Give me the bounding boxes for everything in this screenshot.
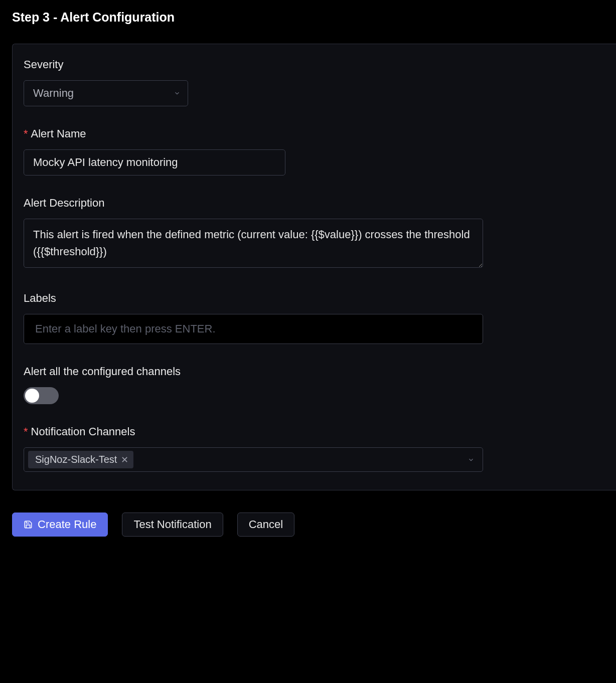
test-notification-button[interactable]: Test Notification: [122, 513, 223, 537]
channel-tag: SigNoz-Slack-Test ✕: [28, 451, 133, 468]
alert-all-channels-label: Alert all the configured channels: [24, 365, 605, 378]
toggle-knob: [25, 389, 39, 403]
severity-field: Severity Warning: [24, 58, 605, 106]
alert-name-input[interactable]: [24, 149, 285, 176]
alert-description-field: Alert Description: [24, 197, 605, 271]
severity-select[interactable]: Warning: [24, 80, 188, 106]
create-rule-button[interactable]: Create Rule: [12, 513, 108, 537]
notification-channels-label: Notification Channels: [24, 425, 605, 438]
save-icon: [24, 520, 33, 529]
labels-label: Labels: [24, 292, 605, 305]
chevron-down-icon: [468, 456, 475, 463]
action-buttons: Create Rule Test Notification Cancel: [12, 513, 616, 537]
close-icon[interactable]: ✕: [121, 455, 128, 464]
test-notification-label: Test Notification: [133, 518, 211, 531]
alert-name-label: Alert Name: [24, 127, 605, 140]
create-rule-label: Create Rule: [38, 518, 96, 531]
alert-all-channels-field: Alert all the configured channels: [24, 365, 605, 404]
cancel-label: Cancel: [249, 518, 283, 531]
step-title: Step 3 - Alert Configuration: [12, 10, 616, 25]
alert-description-input[interactable]: [24, 219, 483, 268]
cancel-button[interactable]: Cancel: [237, 513, 294, 537]
channel-tag-label: SigNoz-Slack-Test: [35, 454, 117, 465]
alert-name-field: Alert Name: [24, 127, 605, 176]
alert-config-panel: Severity Warning Alert Name Alert Descri…: [12, 44, 616, 490]
alert-description-label: Alert Description: [24, 197, 605, 210]
severity-value: Warning: [33, 87, 74, 99]
notification-channels-field: Notification Channels SigNoz-Slack-Test …: [24, 425, 605, 472]
notification-channels-select[interactable]: SigNoz-Slack-Test ✕: [24, 447, 483, 472]
chevron-down-icon: [174, 90, 181, 97]
labels-input[interactable]: [24, 314, 483, 344]
severity-label: Severity: [24, 58, 605, 71]
labels-field: Labels: [24, 292, 605, 344]
alert-all-channels-toggle[interactable]: [24, 387, 59, 404]
